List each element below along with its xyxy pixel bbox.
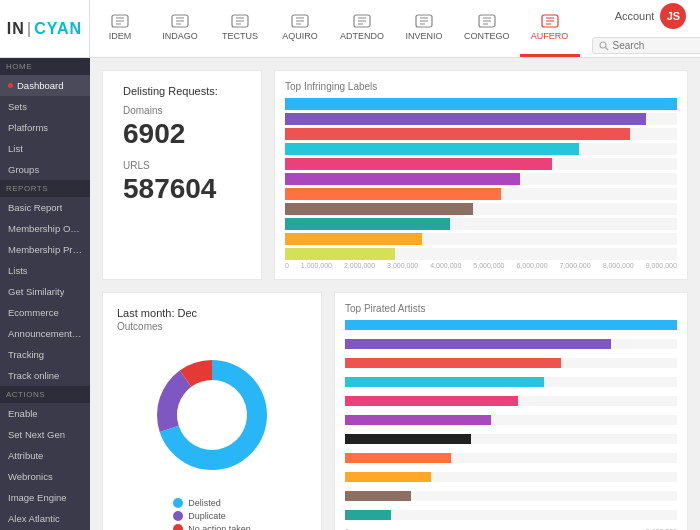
nav-item-idem[interactable]: IDEM — [90, 0, 150, 57]
nav-items: IDEM INDAGO TECTUS AQUIRO — [90, 0, 580, 57]
content-area: Delisting Requests: Domains 6902 URLS 58… — [90, 58, 700, 530]
nav-label-aquiro: AQUIRO — [282, 31, 318, 41]
aufero-icon — [541, 14, 559, 28]
sidebar-item[interactable]: Platforms — [0, 117, 90, 138]
mini-bar-row — [345, 320, 677, 330]
sidebar-item[interactable]: Attribute — [0, 445, 90, 466]
sidebar-item[interactable]: Announcement/Listing — [0, 323, 90, 344]
sidebar-item-label: Set Next Gen — [8, 429, 65, 440]
x-axis-label: 6,000,000 — [516, 262, 547, 269]
urls-label: URLS — [123, 160, 241, 171]
bar-container — [285, 233, 677, 245]
delisting-card: Delisting Requests: Domains 6902 URLS 58… — [102, 70, 262, 280]
sidebar-item-label: Dashboard — [17, 80, 63, 91]
sidebar-item-label: Groups — [8, 164, 39, 175]
top-chart-title: Top Infringing Labels — [285, 81, 677, 92]
x-axis-label: 9,000,000 — [646, 262, 677, 269]
bar-row — [285, 113, 677, 125]
sidebar-item[interactable]: Track online — [0, 365, 90, 386]
sidebar-item[interactable]: Sets — [0, 96, 90, 117]
nav-item-aufero[interactable]: AUFERO — [520, 0, 580, 57]
legend-item: Delisted — [173, 498, 251, 508]
sidebar-item[interactable]: Enable — [0, 403, 90, 424]
sidebar-item[interactable]: List — [0, 138, 90, 159]
nav-item-invenio[interactable]: INVENIO — [394, 0, 454, 57]
invenio-icon — [415, 14, 433, 28]
domains-label: Domains — [123, 105, 241, 116]
bar-row — [285, 188, 677, 200]
mini-bar-row — [345, 339, 677, 349]
x-axis-label: 2,000,000 — [344, 262, 375, 269]
bar-container — [285, 203, 677, 215]
top-navigation: IN | CYAN IDEM INDAGO TECTUS — [0, 0, 700, 58]
avatar[interactable]: JS — [660, 3, 686, 29]
sidebar-item[interactable]: Get Similarity — [0, 281, 90, 302]
sidebar-item-label: Alex Atlantic — [8, 513, 60, 524]
sidebar-item-label: Basic Report — [8, 202, 62, 213]
top-x-axis: 01,000,0002,000,0003,000,0004,000,0005,0… — [285, 260, 677, 269]
active-dot — [8, 83, 13, 88]
bar-row — [285, 248, 677, 260]
nav-label-indago: INDAGO — [162, 31, 198, 41]
legend-item: No action taken — [173, 524, 251, 530]
sidebar-item[interactable]: Membership Overview — [0, 218, 90, 239]
bar-row — [285, 173, 677, 185]
nav-label-idem: IDEM — [109, 31, 132, 41]
nav-item-contego[interactable]: CONTEGO — [454, 0, 520, 57]
tectus-icon — [231, 14, 249, 28]
mini-bar-fill — [345, 377, 544, 387]
sidebar-item[interactable]: Lists — [0, 260, 90, 281]
logo: IN | CYAN — [0, 0, 90, 57]
nav-item-aquiro[interactable]: AQUIRO — [270, 0, 330, 57]
nav-item-adtendo[interactable]: ADTENDO — [330, 0, 394, 57]
sidebar-item[interactable]: Set Next Gen — [0, 424, 90, 445]
nav-label-adtendo: ADTENDO — [340, 31, 384, 41]
sidebar-item-label: Announcement/Listing — [8, 328, 82, 339]
bar-fill — [285, 128, 630, 140]
adtendo-icon — [353, 14, 371, 28]
sidebar-item[interactable]: Ecommerce — [0, 302, 90, 323]
search-box — [592, 37, 700, 54]
bar-container — [285, 218, 677, 230]
logo-cyan: CYAN — [34, 20, 82, 38]
sidebar-item[interactable]: Dashboard — [0, 75, 90, 96]
nav-item-indago[interactable]: INDAGO — [150, 0, 210, 57]
mini-bar-fill — [345, 434, 471, 444]
mini-bar-fill — [345, 491, 411, 501]
mini-bar-fill — [345, 339, 611, 349]
mini-bar-fill — [345, 472, 431, 482]
donut-segment — [157, 371, 191, 432]
x-axis-label: 5,000,000 — [473, 262, 504, 269]
mini-bar-row — [345, 434, 677, 444]
sidebar-item-label: List — [8, 143, 23, 154]
sidebar-section-header: ACTIONS — [0, 386, 90, 403]
bar-fill — [285, 248, 395, 260]
sidebar-item[interactable]: Image Engine — [0, 487, 90, 508]
mini-bar-row — [345, 396, 677, 406]
sidebar-item[interactable]: Webronics — [0, 466, 90, 487]
mini-bar-row — [345, 510, 677, 520]
sidebar-section-header: HOME — [0, 58, 90, 75]
mini-bar-row — [345, 491, 677, 501]
bottom-chart-title: Top Pirated Artists — [345, 303, 677, 314]
account-area: Account JS — [580, 0, 700, 57]
x-axis-label: 1,000,000 — [301, 262, 332, 269]
bar-fill — [285, 143, 579, 155]
contego-icon — [478, 14, 496, 28]
sidebar-item[interactable]: Groups — [0, 159, 90, 180]
nav-label-contego: CONTEGO — [464, 31, 510, 41]
nav-item-tectus[interactable]: TECTUS — [210, 0, 270, 57]
search-input[interactable] — [613, 40, 700, 51]
sidebar-item[interactable]: Basic Report — [0, 197, 90, 218]
mini-bar-row — [345, 415, 677, 425]
sidebar-item[interactable]: Tracking — [0, 344, 90, 365]
bar-container — [285, 173, 677, 185]
sidebar-item[interactable]: Alex Atlantic — [0, 508, 90, 529]
bar-container — [285, 188, 677, 200]
legend-item: Duplicate — [173, 511, 251, 521]
bar-fill — [285, 113, 646, 125]
sidebar-item[interactable]: Membership Profile — [0, 239, 90, 260]
domains-value: 6902 — [123, 118, 241, 150]
bar-container — [285, 98, 677, 110]
donut-area: DelistedDuplicateNo action taken — [117, 340, 307, 530]
